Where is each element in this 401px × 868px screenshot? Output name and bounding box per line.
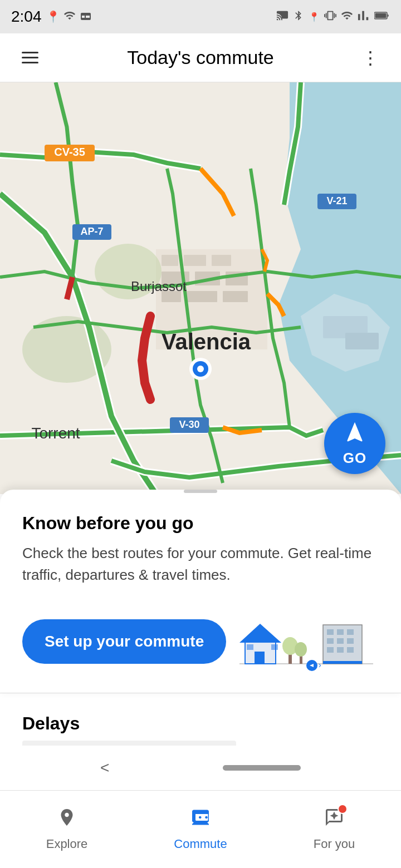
system-nav-bar: < <box>0 746 401 790</box>
svg-rect-38 <box>255 652 265 664</box>
vibrate-icon <box>324 9 336 24</box>
more-button[interactable]: ⋮ <box>354 41 388 75</box>
svg-rect-55 <box>323 661 362 664</box>
home-pill[interactable] <box>223 765 301 771</box>
bottom-sheet: Know before you go Check the best routes… <box>0 490 401 693</box>
svg-rect-52 <box>327 647 334 653</box>
svg-text:Torrent: Torrent <box>31 425 80 442</box>
sheet-actions: Set up your commute <box>22 608 379 675</box>
svg-text:AP-7: AP-7 <box>80 226 103 237</box>
svg-rect-14 <box>223 291 248 302</box>
status-icons-right: 📍 <box>276 9 390 24</box>
commute-illustration: › <box>234 608 379 675</box>
svg-rect-40 <box>271 644 278 650</box>
svg-point-44 <box>295 642 307 657</box>
signal-bars-icon <box>358 9 370 24</box>
status-bar-left: 2:04 📍 <box>11 8 92 26</box>
notification-badge <box>338 804 348 814</box>
status-time: 2:04 <box>11 8 42 26</box>
go-button[interactable]: GO <box>324 413 385 474</box>
bottom-navigation: Explore Commute For you <box>0 790 401 868</box>
signal-question-icon <box>63 9 76 24</box>
nav-explore[interactable]: Explore <box>0 798 134 860</box>
hamburger-icon <box>22 52 38 63</box>
app-bar: Today's commute ⋮ <box>0 33 401 82</box>
commute-icon <box>190 807 211 832</box>
menu-button[interactable] <box>13 41 47 75</box>
svg-rect-4 <box>345 333 379 349</box>
svg-rect-7 <box>184 255 206 266</box>
explore-label: Explore <box>46 837 88 851</box>
svg-rect-47 <box>337 629 344 635</box>
gps-icon: 📍 <box>309 12 320 22</box>
wifi-icon <box>341 9 353 24</box>
back-button[interactable]: < <box>100 759 109 777</box>
svg-rect-51 <box>347 638 354 644</box>
svg-rect-6 <box>162 255 178 266</box>
cast-icon <box>276 9 288 24</box>
navigation-arrow-icon <box>343 420 367 450</box>
svg-text:Burjassot: Burjassot <box>131 279 187 294</box>
svg-marker-37 <box>239 624 281 643</box>
map-area[interactable]: CV-35 AP-7 AP-7 V-21 V-30 V-31 Burjassot… <box>0 82 401 494</box>
svg-rect-49 <box>327 638 334 644</box>
sheet-description: Check the best routes for your commute. … <box>22 542 379 586</box>
svg-rect-50 <box>337 638 344 644</box>
svg-rect-46 <box>327 629 334 635</box>
svg-text:CV-35: CV-35 <box>54 146 85 158</box>
pip-icon <box>79 9 92 25</box>
svg-point-34 <box>197 366 204 372</box>
bluetooth-icon <box>293 10 304 23</box>
svg-rect-1 <box>375 13 387 18</box>
battery-icon <box>374 9 390 24</box>
for-you-label: For you <box>314 837 355 851</box>
commute-label: Commute <box>174 837 227 851</box>
location-icon: 📍 <box>46 10 60 23</box>
svg-rect-48 <box>347 629 354 635</box>
svg-rect-8 <box>212 255 231 266</box>
svg-text:›: › <box>319 660 321 669</box>
go-label: GO <box>343 450 366 467</box>
explore-icon <box>57 807 77 832</box>
svg-rect-53 <box>337 647 344 653</box>
for-you-badge-container <box>324 807 344 832</box>
svg-text:V-21: V-21 <box>326 195 347 206</box>
nav-commute[interactable]: Commute <box>134 798 267 860</box>
status-bar: 2:04 📍 📍 <box>0 0 401 33</box>
delays-title: Delays <box>22 713 379 734</box>
svg-text:Valencia: Valencia <box>162 329 251 354</box>
sheet-content: Know before you go Check the best routes… <box>0 493 401 693</box>
svg-rect-39 <box>247 644 253 650</box>
app-bar-title: Today's commute <box>127 47 273 68</box>
sheet-title: Know before you go <box>22 513 379 534</box>
svg-rect-54 <box>347 647 354 653</box>
svg-text:V-30: V-30 <box>179 419 199 430</box>
setup-commute-button[interactable]: Set up your commute <box>22 619 226 664</box>
nav-for-you[interactable]: For you <box>267 798 401 860</box>
svg-rect-13 <box>187 291 217 302</box>
status-icons-left: 📍 <box>46 9 92 25</box>
more-vertical-icon: ⋮ <box>361 49 380 67</box>
